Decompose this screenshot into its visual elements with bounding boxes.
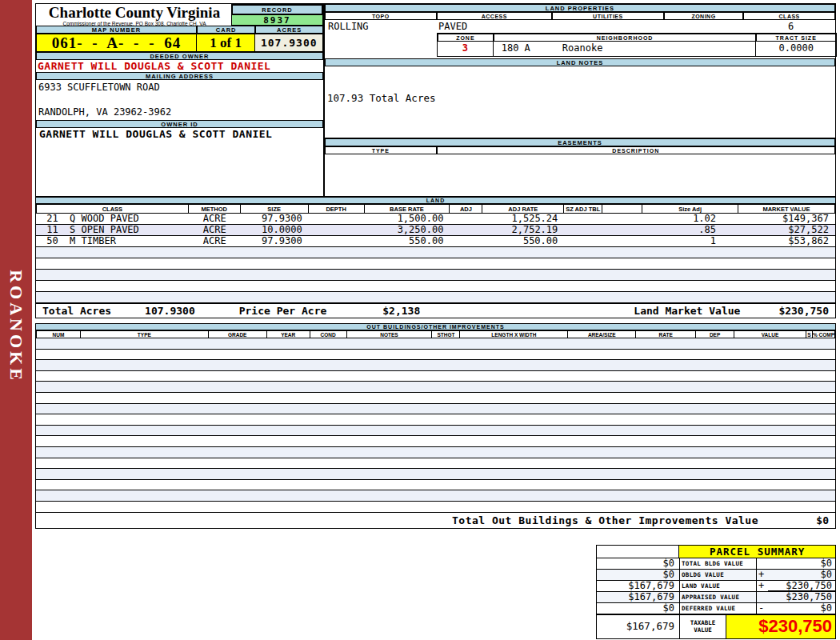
summary-sign: + [757,570,768,580]
land-market-value: $230,750 [778,305,829,317]
taxable-value: $230,750 [726,615,835,638]
land-col-header: SZ ADJ TBL [564,204,602,214]
summary-row-label: APPRAISED VALUE [680,592,757,602]
parcel-summary-blank-cell [597,546,679,558]
owner-panel: Charlotte County Virginia Commissioner o… [35,3,324,197]
out-buildings-empty-row [35,436,836,447]
summary-prior-value: $0 [597,558,680,569]
out-buildings-empty-row [35,480,836,491]
summary-row-label: DEFERRED VALUE [680,603,757,614]
summary-row-label: OBLDG VALUE [680,570,757,580]
county-subtitle: Commissioner of the Revenue, PO Box 308,… [36,21,233,26]
land-total-row: Total Acres 107.9300 Price Per Acre $2,1… [35,303,836,318]
out-buildings-col-header: AREA/SIZE [568,330,636,338]
summary-value: $0 [768,603,835,614]
land-cell: $149,367 [738,214,835,224]
land-cell: 21 Q WOOD PAVED [36,214,189,224]
land-cell [602,225,642,235]
access-label: ACCESS [437,12,553,20]
acres-label: ACRES [255,26,323,34]
summary-value: $0 [768,558,835,569]
land-table-title: LAND [35,197,836,204]
land-cell [450,236,482,246]
land-cell: ACRE [189,225,241,235]
summary-row-label: TOTAL BLDG VALUE [680,558,757,569]
tract-size-value: 0.0000 [756,42,836,56]
land-cell: $27,522 [738,225,835,235]
land-properties-panel: LAND PROPERTIES TOPO ACCESS UTILITIES ZO… [324,3,836,197]
out-buildings-empty-row [35,393,836,404]
out-buildings-empty-row [35,350,836,361]
neighborhood-value: 180 ARoanoke [494,42,757,56]
land-cell: 97.9300 [241,236,309,246]
land-table: LAND CLASSMETHODSIZEDEPTHBASE RATEADJADJ… [35,197,836,318]
out-buildings-col-header: NUM [36,330,81,338]
land-cell: 11 S OPEN PAVED [36,225,189,235]
address-line1: 6933 SCUFFLETOWN ROAD [38,82,160,93]
out-buildings-col-header: DEP [696,330,734,338]
taxable-value-label: TAXABLE VALUE [680,615,726,638]
topo-value: ROLLING [328,21,369,32]
record-value: 8937 [232,14,322,25]
card-label: CARD [197,26,256,34]
record-box: RECORD 8937 [231,4,323,26]
acres-value: 107.9300 [255,34,323,52]
taxable-value-row: $167,679 TAXABLE VALUE $230,750 [597,614,835,638]
out-buildings-col-header: VALUE [734,330,806,338]
land-cell [564,225,602,235]
out-buildings-empty-row [35,360,836,371]
summary-value-cell: $230,750 [757,592,835,602]
mailing-address-label: MAILING ADDRESS [36,72,323,80]
summary-value: $0 [768,570,835,580]
land-cell [564,214,602,224]
summary-value-cell: +$230,750 [757,581,835,591]
summary-sign: + [757,581,768,591]
land-cell [450,214,482,224]
out-buildings-empty-row [35,458,836,470]
price-per-acre-value: $2,138 [382,305,420,317]
parcel-summary-row: $0OBLDG VALUE+$0 [597,570,835,581]
land-col-header: ADJ [450,204,482,214]
land-col-header: MARKET VALUE [738,204,835,214]
out-buildings-empty-row [35,502,836,513]
out-buildings-col-header: S [806,330,813,338]
county-header: Charlotte County Virginia Commissioner o… [36,4,323,26]
out-buildings-col-header: NOTES [347,330,433,338]
zone-value: 3 [438,42,494,56]
card-value: 1 of 1 [197,34,256,52]
out-buildings-empty-row [35,426,836,437]
land-cell: 10.0000 [241,225,309,235]
land-row: 21 Q WOOD PAVEDACRE97.93001,500.001,525.… [35,214,836,225]
out-buildings-col-header: COND [310,330,347,338]
land-cell: 1.02 [642,214,738,224]
summary-prior-value: $167,679 [597,592,680,602]
land-cell [309,236,365,246]
parcel-summary-title: PARCEL SUMMARY [679,546,835,558]
land-cell: 2,752.19 [482,225,564,235]
land-empty-row [35,258,836,270]
class-value: 6 [745,21,837,32]
zone-box: ZONE NEIGHBORHOOD TRACT SIZE 3 180 ARoan… [437,33,837,57]
taxable-prior-value: $167,679 [597,615,680,638]
parcel-summary-row: $0DEFERRED VALUE-$0 [597,603,835,614]
land-cell: 550.00 [365,236,450,246]
summary-value-cell: +$0 [757,570,835,580]
out-buildings-col-header: LENGTH X WIDTH [460,330,568,338]
land-cell: ACRE [189,236,241,246]
summary-prior-value: $0 [597,603,680,614]
summary-sign [757,558,768,569]
land-table-rows: 21 Q WOOD PAVEDACRE97.93001,500.001,525.… [35,214,836,303]
out-buildings-title: OUT BUILDINGS/OTHER IMPROVEMENTS [35,323,836,330]
land-cell [564,236,602,246]
land-cell: ACRE [189,214,241,224]
record-label: RECORD [232,5,322,14]
parcel-summary-row: $167,679LAND VALUE+$230,750 [597,581,835,592]
deeded-owner-value: GARNETT WILL DOUGLAS & SCOTT DANIEL [36,60,323,72]
land-cell: 1 [642,236,738,246]
land-cell [309,225,365,235]
summary-prior-value: $167,679 [597,581,680,591]
out-buildings-col-header: % COMP [813,330,835,338]
land-cell: 550.00 [482,236,564,246]
out-buildings-empty-row [35,414,836,426]
land-cell: .85 [642,225,738,235]
